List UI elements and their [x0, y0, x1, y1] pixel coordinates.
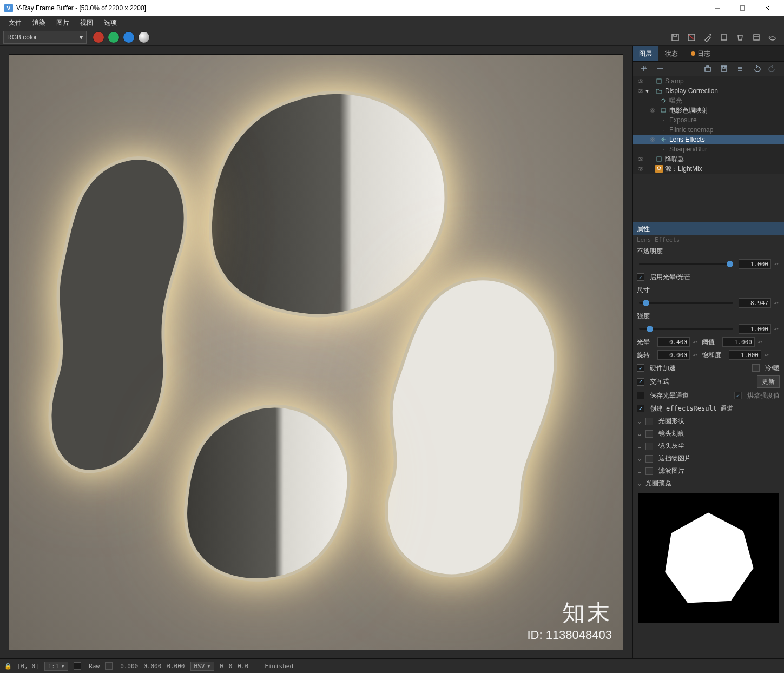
menu-image[interactable]: 图片: [51, 17, 75, 29]
bake-intensity-checkbox[interactable]: [734, 392, 742, 399]
size-slider[interactable]: [639, 302, 733, 304]
dot-icon: ·: [659, 126, 668, 134]
eye-icon[interactable]: [648, 136, 657, 143]
layer-lightmix[interactable]: 源：LightMix: [633, 164, 784, 174]
redo-button[interactable]: [766, 63, 780, 75]
layer-stamp[interactable]: Stamp: [633, 76, 784, 86]
save-all-button[interactable]: [684, 31, 699, 43]
layer-exposure-en[interactable]: · Exposure: [633, 115, 784, 125]
minimize-button[interactable]: [705, 0, 730, 16]
size-value[interactable]: 8.947: [739, 298, 771, 308]
eye-icon[interactable]: [648, 107, 657, 114]
colorspace-dropdown[interactable]: HSV ▾: [190, 662, 215, 671]
spinner-icon[interactable]: ▴▾: [693, 353, 699, 357]
rotation-value[interactable]: 0.000: [657, 350, 690, 360]
eye-icon[interactable]: [636, 166, 645, 172]
save-preset-button[interactable]: [717, 63, 731, 75]
add-layer-button[interactable]: [637, 63, 651, 75]
eye-icon[interactable]: [636, 88, 645, 94]
acc-label: 光圈预览: [645, 479, 671, 488]
layer-filmic[interactable]: · Filmic tonemap: [633, 125, 784, 135]
iris-shape-checkbox[interactable]: [645, 418, 653, 425]
load-preset-button[interactable]: [701, 63, 715, 75]
eye-icon[interactable]: [636, 156, 645, 162]
interactive-checkbox[interactable]: [637, 378, 644, 386]
layer-denoiser[interactable]: 降噪器: [633, 154, 784, 164]
intensity-value[interactable]: 1.000: [739, 324, 771, 334]
tab-log-label: 日志: [697, 49, 710, 58]
acc-obstacle-img[interactable]: ⌄遮挡物图片: [633, 452, 784, 465]
render-viewport[interactable]: 知末 ID: 1138048403: [0, 46, 632, 658]
maximize-button[interactable]: [730, 0, 755, 16]
layer-exposure-cn[interactable]: 曝光: [633, 96, 784, 105]
bucket-button[interactable]: [733, 31, 747, 43]
acc-iris-shape[interactable]: ⌄光圈形状: [633, 415, 784, 427]
spinner-icon[interactable]: ▴▾: [693, 340, 699, 344]
list-button[interactable]: [733, 63, 747, 75]
region-render-button[interactable]: [717, 31, 731, 43]
iris-preview-image: [638, 493, 779, 623]
tab-log[interactable]: 日志: [684, 46, 717, 61]
intensity-slider-row: 1.000▴▾: [633, 322, 784, 335]
intensity-slider[interactable]: [639, 328, 733, 330]
g-value: 0.000: [143, 663, 161, 670]
save-image-button[interactable]: [668, 31, 682, 43]
opacity-slider[interactable]: [639, 263, 733, 265]
update-button[interactable]: 更新: [757, 375, 780, 388]
layer-lens-effects[interactable]: Lens Effects: [633, 135, 784, 144]
save-glare-checkbox[interactable]: [637, 392, 644, 399]
lock-icon[interactable]: 🔒: [4, 663, 12, 670]
layer-label: 曝光: [669, 96, 682, 105]
film-icon: [659, 107, 668, 114]
obstacle-img-checkbox[interactable]: [645, 455, 653, 463]
history-button[interactable]: [749, 31, 763, 43]
enable-glare-checkbox[interactable]: [637, 273, 644, 281]
spinner-icon[interactable]: ▴▾: [774, 262, 780, 266]
spinner-icon[interactable]: ▴▾: [758, 340, 763, 344]
svg-rect-25: [661, 109, 666, 112]
delete-layer-button[interactable]: [653, 63, 667, 75]
channel-red-button[interactable]: [93, 31, 104, 43]
lens-scratches-checkbox[interactable]: [645, 430, 653, 438]
layer-display-correction[interactable]: ▾ Display Correction: [633, 86, 784, 96]
lens-dust-checkbox[interactable]: [645, 443, 653, 450]
pick-color-button[interactable]: [701, 31, 715, 43]
channel-dropdown[interactable]: RGB color ▾: [3, 31, 87, 44]
menu-file[interactable]: 文件: [3, 17, 27, 29]
filter-img-checkbox[interactable]: [645, 467, 653, 475]
opacity-value[interactable]: 1.000: [739, 259, 771, 269]
menu-view[interactable]: 视图: [75, 17, 98, 29]
zoom-ratio-dropdown[interactable]: 1:1 ▾: [44, 662, 69, 671]
tab-layers[interactable]: 图层: [633, 46, 658, 61]
tab-status[interactable]: 状态: [658, 46, 684, 61]
acc-filter-img[interactable]: ⌄滤波图片: [633, 465, 784, 477]
hw-accel-label: 硬件加速: [650, 364, 676, 373]
eye-icon[interactable]: [636, 78, 645, 84]
channel-alpha-button[interactable]: [138, 31, 150, 43]
menubar: 文件 渲染 图片 视图 选项: [0, 16, 784, 29]
saturation-value[interactable]: 1.000: [729, 350, 761, 360]
spinner-icon[interactable]: ▴▾: [765, 353, 770, 357]
acc-lens-scratches[interactable]: ⌄镜头划痕: [633, 427, 784, 440]
acc-lens-dust[interactable]: ⌄镜头灰尘: [633, 440, 784, 452]
layer-film-color[interactable]: 电影色调映射: [633, 105, 784, 115]
channel-green-button[interactable]: [108, 31, 120, 43]
cold-warm-label: 冷/暖: [765, 364, 780, 373]
glare-value[interactable]: 0.400: [657, 337, 690, 347]
close-button[interactable]: [755, 0, 780, 16]
layer-sharpen[interactable]: · Sharpen/Blur: [633, 144, 784, 154]
threshold-value[interactable]: 1.000: [722, 337, 755, 347]
spinner-icon[interactable]: ▴▾: [774, 327, 780, 331]
channel-blue-button[interactable]: [123, 31, 135, 43]
swatch-icon[interactable]: [105, 662, 113, 670]
teapot-button[interactable]: [766, 31, 780, 43]
spinner-icon[interactable]: ▴▾: [774, 301, 780, 305]
undo-button[interactable]: [749, 63, 763, 75]
hw-accel-checkbox[interactable]: [637, 364, 644, 372]
menu-options[interactable]: 选项: [98, 17, 122, 29]
create-channel-checkbox[interactable]: [637, 405, 644, 412]
menu-render[interactable]: 渲染: [27, 17, 51, 29]
cold-warm-checkbox[interactable]: [752, 364, 760, 372]
acc-iris-preview[interactable]: ⌄光圈预览: [633, 477, 784, 490]
raw-checkbox[interactable]: [74, 662, 81, 670]
